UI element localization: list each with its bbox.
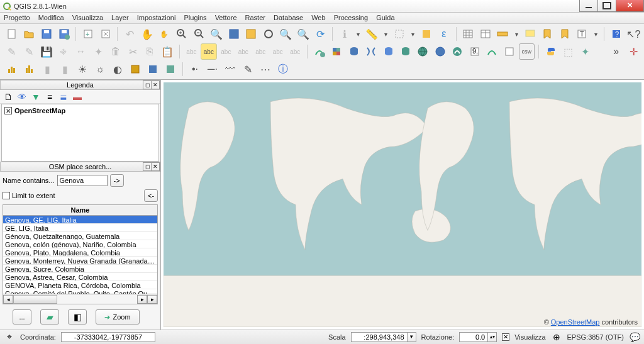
dropdown-arrow-icon[interactable]: ▾ bbox=[354, 31, 363, 38]
stretch-icon[interactable] bbox=[21, 61, 38, 77]
result-row[interactable]: Genova, Astrea, Cesar, Colombia bbox=[3, 273, 157, 281]
plugin2-icon[interactable]: ✦ bbox=[577, 43, 593, 60]
menu-layer[interactable]: Layer bbox=[111, 14, 129, 21]
brightness-up-icon[interactable]: ☀ bbox=[74, 61, 91, 77]
remove-layer-icon[interactable] bbox=[501, 43, 517, 60]
horizontal-scrollbar[interactable]: ◂ ▸ ▸ bbox=[3, 294, 158, 304]
open-project-icon[interactable] bbox=[21, 26, 38, 42]
save-project-icon[interactable] bbox=[38, 26, 55, 42]
scroll-right-icon[interactable]: ▸ bbox=[137, 295, 147, 304]
whats-this-icon[interactable]: ↖? bbox=[626, 26, 642, 42]
search-back-button[interactable]: <- bbox=[144, 189, 158, 202]
dropdown-arrow-icon[interactable]: ▾ bbox=[512, 31, 521, 38]
result-row[interactable]: GE, LIG, Italia bbox=[3, 224, 157, 232]
identify-icon[interactable]: ℹ bbox=[336, 26, 353, 42]
undo-icon[interactable]: ↶ bbox=[121, 26, 138, 42]
add-feature-icon[interactable]: ⎆ bbox=[55, 43, 71, 60]
digitize-line-icon[interactable]: ─· bbox=[204, 61, 221, 77]
menu-processing[interactable]: Processing bbox=[334, 14, 368, 21]
histogram-icon[interactable] bbox=[4, 61, 20, 77]
result-row[interactable]: Genova, colón (génova), Nariño, Colombia bbox=[3, 240, 157, 248]
mask-button[interactable]: ◧ bbox=[68, 309, 87, 325]
node-tool-icon[interactable]: ✦ bbox=[90, 43, 106, 60]
cut-icon[interactable]: ✂ bbox=[125, 43, 140, 60]
scroll-left-icon[interactable]: ◂ bbox=[3, 295, 13, 304]
coord-input[interactable] bbox=[61, 332, 155, 342]
pan-to-selection-icon[interactable]: ✋ bbox=[157, 26, 173, 42]
menu-vettore[interactable]: Vettore bbox=[215, 14, 237, 21]
window-maximize-button[interactable] bbox=[597, 0, 616, 12]
zoom-in-icon[interactable] bbox=[174, 26, 190, 42]
add-group-icon[interactable]: 🗋 bbox=[3, 91, 14, 103]
bookmark-new-icon[interactable] bbox=[540, 26, 556, 42]
zoom-full-icon[interactable] bbox=[226, 26, 242, 42]
attr-table-icon[interactable] bbox=[460, 26, 476, 42]
new-shapefile-icon[interactable] bbox=[484, 43, 500, 60]
label-abc-icon[interactable]: abc bbox=[287, 43, 303, 60]
menu-impostazioni[interactable]: Impostazioni bbox=[137, 14, 176, 21]
add-wcs-icon[interactable] bbox=[432, 43, 448, 60]
save-edits-icon[interactable]: 💾 bbox=[38, 43, 54, 60]
remove-layer-icon[interactable]: ▬ bbox=[72, 91, 83, 103]
select-icon[interactable] bbox=[391, 26, 408, 42]
limit-to-extent-checkbox[interactable]: Limit to extent bbox=[3, 192, 55, 199]
digitize-point-icon[interactable]: •· bbox=[187, 61, 203, 77]
label-abc-icon[interactable]: abc bbox=[218, 43, 234, 60]
field-calc-icon[interactable] bbox=[477, 26, 494, 42]
zoom-native-icon[interactable]: 🔍 bbox=[208, 26, 225, 42]
maptips-icon[interactable] bbox=[522, 26, 538, 42]
digitize-tool-icon[interactable]: ✎ bbox=[240, 61, 256, 77]
composer-manager-icon[interactable] bbox=[97, 26, 114, 42]
legend-tree[interactable]: ✕ OpenStreetMap bbox=[1, 104, 159, 162]
panel-undock-icon[interactable]: ◻ bbox=[143, 162, 152, 171]
crosshair-icon[interactable]: ✛ bbox=[625, 43, 641, 60]
window-close-button[interactable] bbox=[616, 0, 644, 12]
add-postgis-icon[interactable] bbox=[346, 43, 362, 60]
scrollbar-thumb[interactable] bbox=[13, 295, 57, 304]
expand-all-icon[interactable]: ≡ bbox=[44, 91, 55, 103]
toggle-extents-icon[interactable]: ⌖ bbox=[4, 331, 15, 343]
pan-icon[interactable]: ✋ bbox=[139, 26, 155, 42]
checkbox-icon[interactable] bbox=[3, 192, 10, 199]
new-composer-icon[interactable]: + bbox=[80, 26, 96, 42]
menu-modifica[interactable]: Modifica bbox=[38, 14, 64, 21]
scale-dropdown-icon[interactable]: ▼ bbox=[408, 332, 416, 342]
result-row[interactable]: Genova, GE, LIG, Italia bbox=[3, 216, 157, 224]
move-feature-icon[interactable]: ↔ bbox=[73, 43, 89, 60]
menu-progetto[interactable]: Progetto bbox=[4, 14, 30, 21]
search-go-button[interactable]: -> bbox=[110, 174, 124, 187]
zoom-button[interactable]: ➔ Zoom bbox=[96, 309, 140, 325]
dropdown-arrow-icon[interactable]: ▾ bbox=[381, 31, 390, 38]
menu-raster[interactable]: Raster bbox=[245, 14, 265, 21]
raster-calc-icon[interactable] bbox=[145, 61, 161, 77]
render-checkbox-icon[interactable]: ✕ bbox=[502, 333, 509, 341]
name-contains-input[interactable] bbox=[57, 175, 108, 186]
menu-guida[interactable]: Guida bbox=[376, 14, 394, 21]
add-vector-icon[interactable] bbox=[311, 43, 327, 60]
legend-panel-header[interactable]: Legenda ◻ ✕ bbox=[0, 80, 160, 90]
dropdown-arrow-icon[interactable]: ▾ bbox=[591, 31, 600, 38]
panel-close-icon[interactable]: ✕ bbox=[151, 80, 160, 89]
add-oracle-icon[interactable] bbox=[397, 43, 413, 60]
edit-toggle-icon[interactable]: ✎ bbox=[21, 43, 36, 60]
zoom-out-icon[interactable] bbox=[191, 26, 208, 42]
label-abc-yellow-icon[interactable]: abc bbox=[201, 43, 216, 60]
help-icon[interactable]: ? bbox=[608, 26, 625, 42]
menu-visualizza[interactable]: Visualizza bbox=[72, 14, 103, 21]
messages-icon[interactable]: 💬 bbox=[629, 331, 640, 343]
toolbar-overflow-icon[interactable]: » bbox=[608, 43, 624, 60]
window-minimize-button[interactable] bbox=[579, 0, 598, 12]
crs-icon[interactable]: ⊕ bbox=[551, 331, 562, 343]
zoom-last-icon[interactable]: 🔍 bbox=[278, 26, 294, 42]
osm-attribution-link[interactable]: OpenStreetMap bbox=[551, 318, 600, 326]
label-abc-icon[interactable]: abc bbox=[270, 43, 286, 60]
panel-close-icon[interactable]: ✕ bbox=[151, 162, 160, 171]
result-row[interactable]: GENOVA, Planeta Rica, Córdoba, Colombia bbox=[3, 281, 157, 289]
add-wfs-icon[interactable] bbox=[450, 43, 465, 60]
new-project-icon[interactable] bbox=[4, 26, 20, 42]
results-column-header[interactable]: Name bbox=[3, 204, 158, 216]
scale-input[interactable] bbox=[351, 332, 408, 342]
result-row[interactable]: Genova, Monterrey, Nueva Granada (Granad… bbox=[3, 257, 157, 265]
label-abc-icon[interactable]: abc bbox=[235, 43, 251, 60]
info-icon[interactable]: ⓘ bbox=[275, 61, 291, 77]
